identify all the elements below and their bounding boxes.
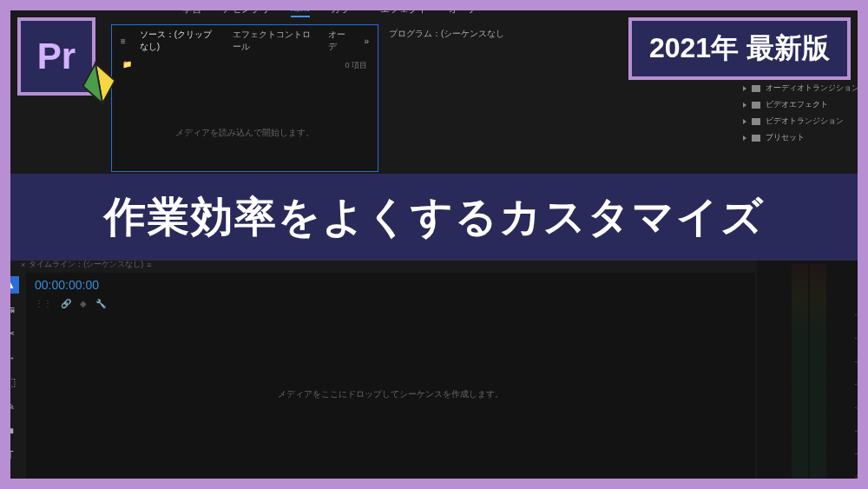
effects-item-presets[interactable]: プリセット bbox=[738, 129, 868, 146]
tab-color[interactable]: カラー bbox=[331, 3, 359, 16]
beginner-leaf-icon bbox=[71, 56, 128, 112]
effects-item-video-effects[interactable]: ビデオエフェクト bbox=[738, 96, 868, 113]
tab-source[interactable]: ソース：(クリップなし) bbox=[140, 29, 219, 53]
timeline-panel[interactable]: 00:00:00:00 ⋮⋮ 🔗 ◆ 🔧 メディアをここにドロップしてシーケンス… bbox=[26, 273, 755, 489]
link-icon[interactable]: 🔗 bbox=[61, 299, 71, 308]
timeline-empty-text: メディアをここにドロップしてシーケンスを作成します。 bbox=[26, 388, 755, 400]
track-select-tool[interactable]: ↹ bbox=[2, 301, 19, 318]
audio-meter-panel: 0 -6 -12 -18 -24 -30 -36 -42 -48 -54 bbox=[757, 255, 868, 489]
tool-palette: ▲ ↹ ✂ ↔ ⬚ ✎ ■ T bbox=[2, 273, 23, 464]
main-title-overlay: 作業効率をよくするカスタマイズ bbox=[0, 174, 868, 261]
folder-icon bbox=[752, 102, 760, 109]
tab-effect-controls[interactable]: エフェクトコントロール bbox=[233, 29, 314, 53]
tab-learn[interactable]: 学習 bbox=[182, 3, 201, 16]
pen-tool[interactable]: ✎ bbox=[2, 398, 19, 415]
source-empty-text: メディアを読み込んで開始します。 bbox=[112, 127, 378, 139]
effects-item-video-transition[interactable]: ビデオトランジション bbox=[738, 113, 868, 129]
folder-icon bbox=[752, 118, 760, 125]
tab-editing[interactable]: 編集 bbox=[291, 1, 310, 17]
settings-icon[interactable]: 🔧 bbox=[95, 299, 106, 308]
selection-tool[interactable]: ▲ bbox=[2, 276, 19, 294]
meter-bars bbox=[792, 264, 826, 480]
tab-assembly[interactable]: アセンブリ bbox=[222, 3, 270, 16]
razor-tool[interactable]: ↔ bbox=[2, 349, 19, 367]
overflow-icon[interactable]: » bbox=[364, 36, 369, 46]
folder-icon bbox=[752, 85, 760, 92]
meter-scale: 0 -6 -12 -18 -24 -30 -36 -42 -48 -54 bbox=[830, 264, 865, 480]
bin-icon[interactable]: 📁 bbox=[122, 60, 132, 71]
marker-icon[interactable]: ◆ bbox=[80, 299, 87, 308]
folder-icon bbox=[752, 135, 760, 142]
slip-tool[interactable]: ⬚ bbox=[2, 373, 19, 391]
year-text: 2021年 最新版 bbox=[649, 30, 830, 68]
hamburger-icon[interactable]: ≡ bbox=[121, 36, 126, 46]
logo-text: Pr bbox=[37, 36, 76, 77]
source-panel: ≡ ソース：(クリップなし) エフェクトコントロール オーデ » 📁 0 項目 … bbox=[111, 24, 378, 172]
type-tool[interactable]: T bbox=[2, 446, 19, 464]
close-icon[interactable]: × bbox=[21, 261, 25, 269]
rectangle-tool[interactable]: ■ bbox=[2, 422, 19, 439]
effects-panel: オーディオトランジション ビデオエフェクト ビデオトランジション プリセット bbox=[738, 80, 868, 146]
tab-audio-clip[interactable]: オーデ bbox=[328, 29, 351, 53]
effects-item-audio-transition[interactable]: オーディオトランジション bbox=[738, 80, 868, 96]
item-count: 0 項目 bbox=[345, 60, 367, 71]
tab-effects[interactable]: エフェクト bbox=[380, 3, 428, 16]
year-badge: 2021年 最新版 bbox=[628, 17, 851, 80]
ripple-edit-tool[interactable]: ✂ bbox=[2, 325, 19, 342]
tab-audio[interactable]: オーデ bbox=[449, 3, 477, 16]
timeline-toolbar: ⋮⋮ 🔗 ◆ 🔧 bbox=[26, 297, 755, 310]
timecode-display[interactable]: 00:00:00:00 bbox=[26, 273, 755, 297]
main-title-text: 作業効率をよくするカスタマイズ bbox=[26, 189, 842, 245]
snap-icon[interactable]: ⋮⋮ bbox=[35, 299, 52, 308]
workspace-tabs: 学習 アセンブリ 編集 カラー エフェクト オーデ bbox=[182, 0, 868, 17]
